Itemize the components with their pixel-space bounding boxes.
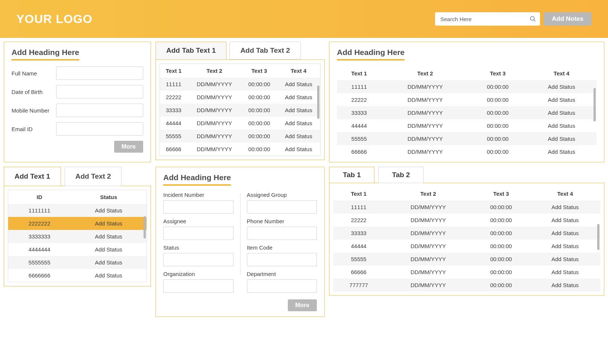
table-row[interactable]: 777777DD/MM/YYYY00:00:00Add Status <box>333 279 600 292</box>
field-input[interactable] <box>56 85 143 98</box>
table-row[interactable]: 66666DD/MM/YYYY00:00:00Add Status <box>337 145 596 158</box>
field-input[interactable] <box>247 253 317 266</box>
card-personal-form: Add Heading Here Full NameDate of BirthM… <box>4 42 151 162</box>
table-row[interactable]: 33333DD/MM/YYYY00:00:00Add Status <box>337 106 596 119</box>
form-field: Status <box>163 244 234 266</box>
col-header: ID <box>8 190 71 204</box>
table-row[interactable]: 55555DD/MM/YYYY00:00:00Add Status <box>160 130 320 143</box>
add-notes-button[interactable]: Add Notes <box>544 12 592 26</box>
table-row[interactable]: 22222DD/MM/YYYY00:00:00Add Status <box>160 91 320 104</box>
form-row: Email ID <box>12 122 143 136</box>
table-row[interactable]: 44444DD/MM/YYYY00:00:00Add Status <box>337 119 596 132</box>
cell: 00:00:00 <box>469 93 527 106</box>
table-row[interactable]: 3333333Add Status <box>8 230 147 243</box>
cell: 00:00:00 <box>241 104 277 117</box>
table-row[interactable]: 22222DD/MM/YYYY00:00:00Add Status <box>333 214 600 227</box>
cell: 5555555 <box>8 256 71 269</box>
cell: DD/MM/YYYY <box>381 80 469 93</box>
heading-card1: Add Heading Here <box>12 48 79 61</box>
col-header: Text 2 <box>384 187 472 201</box>
heading-card5: Add Heading Here <box>163 173 231 186</box>
form-field: Assignee <box>163 218 234 240</box>
cell: 44444 <box>337 119 381 132</box>
cell: Add Status <box>277 130 320 143</box>
field-input[interactable] <box>56 104 143 117</box>
table-row[interactable]: 6666666Add Status <box>8 269 147 282</box>
divider-icon <box>240 194 241 275</box>
svg-line-1 <box>534 20 535 22</box>
table-row[interactable]: 33333DD/MM/YYYY00:00:00Add Status <box>333 227 600 240</box>
cell: 00:00:00 <box>472 201 530 214</box>
cell: 00:00:00 <box>469 145 527 158</box>
col-header: Text 3 <box>469 66 527 80</box>
form-row: Mobile Number <box>12 104 143 117</box>
table-row[interactable]: 66666DD/MM/YYYY00:00:00Add Status <box>160 143 320 156</box>
table-row[interactable]: 66666DD/MM/YYYY00:00:00Add Status <box>333 266 600 279</box>
tab-1[interactable]: Tab 1 <box>329 167 374 183</box>
cell: 3333333 <box>8 230 71 243</box>
table-row[interactable]: 2222222Add Status <box>8 217 147 230</box>
scrollbar-icon[interactable] <box>593 81 596 156</box>
table-row[interactable]: 11111DD/MM/YYYY00:00:00Add Status <box>160 78 320 91</box>
table-row[interactable]: 22222DD/MM/YYYY00:00:00Add Status <box>337 93 596 106</box>
cell: Add Status <box>71 230 147 243</box>
header-actions: Add Notes <box>435 12 592 26</box>
cell: DD/MM/YYYY <box>384 240 472 253</box>
table-row[interactable]: 55555DD/MM/YYYY00:00:00Add Status <box>337 132 596 145</box>
scrollbar-icon[interactable] <box>317 78 319 153</box>
tab-2[interactable]: Tab 2 <box>378 167 424 183</box>
cell: 11111 <box>337 80 381 93</box>
col-header: Text 4 <box>527 66 596 80</box>
field-input[interactable] <box>163 200 234 214</box>
cell: 33333 <box>337 106 381 119</box>
table-row[interactable]: 11111DD/MM/YYYY00:00:00Add Status <box>337 80 596 93</box>
cell: 2222222 <box>8 217 71 230</box>
cell: Add Status <box>530 266 600 279</box>
field-label: Item Code <box>247 244 317 251</box>
field-input[interactable] <box>247 227 317 240</box>
table-row[interactable]: 33333DD/MM/YYYY00:00:00Add Status <box>160 104 320 117</box>
field-input[interactable] <box>56 122 143 136</box>
table-row[interactable]: 5555555Add Status <box>8 256 147 269</box>
cell: 4444444 <box>8 243 71 256</box>
more-button-card1[interactable]: More <box>114 141 143 153</box>
search-icon <box>530 16 536 22</box>
cell: 66666 <box>337 145 381 158</box>
cell: 00:00:00 <box>472 214 530 227</box>
field-label: Phone Number <box>247 218 317 224</box>
table-row[interactable]: 4444444Add Status <box>8 243 147 256</box>
cell: 66666 <box>160 143 187 156</box>
cell: 777777 <box>333 279 384 292</box>
cell: DD/MM/YYYY <box>187 143 241 156</box>
cell: 00:00:00 <box>241 117 277 130</box>
cell: 22222 <box>333 214 384 227</box>
table-row[interactable]: 44444DD/MM/YYYY00:00:00Add Status <box>333 240 600 253</box>
table-row[interactable]: 11111DD/MM/YYYY00:00:00Add Status <box>333 201 600 214</box>
form-field: Phone Number <box>247 218 317 240</box>
col-header: Status <box>71 190 147 204</box>
field-input[interactable] <box>56 66 143 80</box>
tab-text-2[interactable]: Add Tab Text 2 <box>229 42 300 59</box>
col-header: Text 2 <box>381 66 469 80</box>
cell: 22222 <box>337 93 381 106</box>
field-input[interactable] <box>163 227 234 240</box>
scrollbar-icon[interactable] <box>597 224 599 250</box>
tab-add-text-1[interactable]: Add Text 1 <box>4 167 61 186</box>
cell: DD/MM/YYYY <box>187 104 241 117</box>
more-button-card5[interactable]: More <box>288 299 317 311</box>
field-input[interactable] <box>247 200 317 214</box>
table-row[interactable]: 44444DD/MM/YYYY00:00:00Add Status <box>160 117 320 130</box>
cell: 66666 <box>333 266 384 279</box>
field-input[interactable] <box>163 253 234 266</box>
cell: DD/MM/YYYY <box>187 91 241 104</box>
search-input[interactable] <box>435 12 540 26</box>
table-row[interactable]: 55555DD/MM/YYYY00:00:00Add Status <box>333 253 600 266</box>
field-input[interactable] <box>163 279 234 293</box>
field-input[interactable] <box>247 279 317 293</box>
scrollbar-icon[interactable] <box>144 216 146 238</box>
cell: 00:00:00 <box>469 106 527 119</box>
tab-add-text-2[interactable]: Add Text 2 <box>65 167 122 186</box>
cell: Add Status <box>277 78 320 91</box>
tab-text-1[interactable]: Add Tab Text 1 <box>155 42 226 59</box>
table-row[interactable]: 1111111Add Status <box>8 204 147 217</box>
